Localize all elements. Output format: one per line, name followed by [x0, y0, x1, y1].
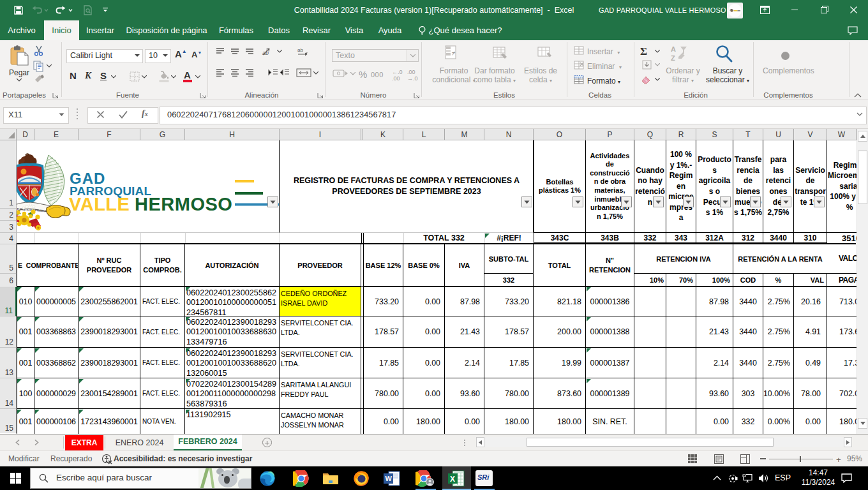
- svg-text:Z: Z: [671, 54, 675, 62]
- svg-text:ab: ab: [297, 47, 303, 53]
- svg-text:ab: ab: [262, 50, 269, 56]
- svg-text:HERMOSO: HERMOSO: [135, 194, 232, 214]
- svg-text:≠: ≠: [452, 50, 456, 57]
- svg-text:W: W: [385, 475, 393, 482]
- svg-text:X: X: [450, 475, 455, 484]
- svg-text:A: A: [671, 45, 676, 53]
- svg-text:VALLE: VALLE: [69, 194, 130, 214]
